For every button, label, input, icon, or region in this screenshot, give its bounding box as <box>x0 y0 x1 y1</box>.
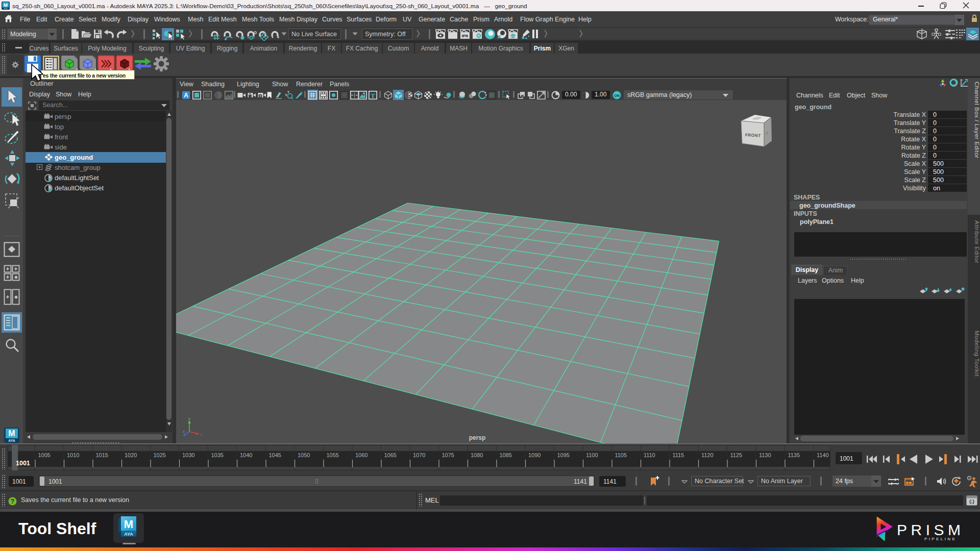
svg-text:IPR: IPR <box>462 34 469 38</box>
svg-text:1140: 1140 <box>817 452 829 458</box>
svg-text:1040: 1040 <box>240 452 252 458</box>
svg-text:1001: 1001 <box>16 460 30 467</box>
svg-text:1020: 1020 <box>125 452 137 458</box>
svg-text:1130: 1130 <box>759 452 771 458</box>
svg-text:x: x <box>200 432 202 437</box>
svg-text:AYA: AYA <box>8 439 15 442</box>
svg-text:1105: 1105 <box>615 452 627 458</box>
svg-text:1085: 1085 <box>499 452 511 458</box>
svg-text:?: ? <box>11 498 14 505</box>
svg-text:1025: 1025 <box>153 452 165 458</box>
svg-text:1055: 1055 <box>326 452 338 458</box>
svg-text:M: M <box>124 518 133 531</box>
svg-text:1120: 1120 <box>701 452 714 458</box>
svg-text:{;}: {;} <box>969 499 974 504</box>
svg-text:z: z <box>183 429 185 434</box>
svg-text:1075: 1075 <box>442 452 454 458</box>
svg-text:1060: 1060 <box>355 452 368 458</box>
svg-text:1090: 1090 <box>528 452 541 458</box>
svg-text:1095: 1095 <box>557 452 569 458</box>
svg-text:1005: 1005 <box>38 452 50 458</box>
svg-text:FRONT: FRONT <box>745 132 762 138</box>
svg-text:1135: 1135 <box>788 452 800 458</box>
svg-text:1080: 1080 <box>471 452 483 458</box>
svg-text:1015: 1015 <box>95 452 108 458</box>
svg-text:1100: 1100 <box>586 452 598 458</box>
svg-text:1065: 1065 <box>384 452 396 458</box>
svg-text:1035: 1035 <box>211 452 223 458</box>
svg-text:AYA: AYA <box>4 8 8 10</box>
svg-text:1115: 1115 <box>672 452 684 458</box>
svg-text:1125: 1125 <box>730 452 742 458</box>
svg-text:AYA: AYA <box>124 532 133 537</box>
svg-text:1045: 1045 <box>268 452 281 458</box>
svg-text:M: M <box>4 2 8 8</box>
svg-text:1050: 1050 <box>298 452 310 458</box>
svg-text:1070: 1070 <box>413 452 425 458</box>
svg-text:M: M <box>8 429 15 438</box>
svg-text:1010: 1010 <box>67 452 79 458</box>
svg-text:1030: 1030 <box>182 452 194 458</box>
svg-text:y: y <box>188 417 190 421</box>
svg-text:1110: 1110 <box>644 452 655 458</box>
